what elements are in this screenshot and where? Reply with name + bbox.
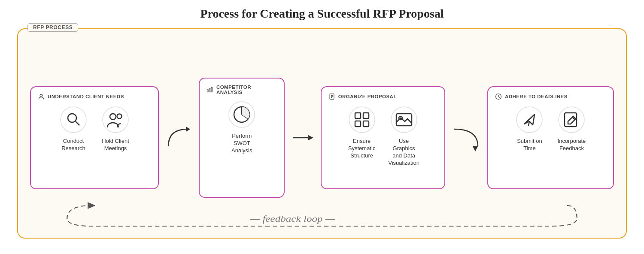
deadlines-header: ADHERE TO DEADLINES [495, 93, 568, 100]
svg-rect-20 [355, 113, 361, 118]
arrow-right-3 [452, 121, 480, 155]
list-item: UseGraphicsand DataVisualization [387, 106, 421, 167]
svg-point-5 [110, 114, 116, 120]
arrow-2 [292, 133, 313, 142]
incorporate-feedback-label: IncorporateFeedback [558, 138, 586, 152]
svg-rect-10 [211, 88, 212, 92]
arrow-3 [452, 121, 480, 155]
list-item: PerformSWOTAnalysis [225, 101, 259, 154]
list-item: EnsureSystematicStructure [345, 106, 379, 160]
svg-point-35 [559, 107, 584, 133]
svg-marker-7 [186, 127, 190, 132]
rfp-label: RFP PROCESS [27, 23, 78, 32]
svg-rect-22 [355, 121, 361, 127]
conduct-research-label: ConductResearch [61, 138, 85, 152]
graphics-label: UseGraphicsand DataVisualization [388, 138, 419, 167]
competitor-items: PerformSWOTAnalysis [207, 101, 277, 154]
svg-point-0 [40, 94, 43, 97]
svg-rect-23 [363, 121, 369, 127]
svg-point-19 [349, 107, 375, 133]
svg-point-6 [117, 114, 122, 119]
send-icon [516, 106, 543, 133]
svg-line-3 [76, 121, 79, 125]
svg-marker-27 [473, 146, 478, 151]
list-item: IncorporateFeedback [554, 106, 589, 152]
arrow-right-1 [166, 121, 192, 155]
svg-line-30 [498, 97, 500, 97]
list-item: Submit onTime [512, 106, 547, 152]
arrow-right-2 [292, 133, 313, 142]
box-deadlines: ADHERE TO DEADLINES Submit onTime [487, 86, 614, 189]
people-icon [102, 106, 129, 133]
box-competitor: COMPETITOR ANALYSIS [199, 78, 285, 198]
svg-rect-9 [210, 88, 210, 92]
list-item: ConductResearch [56, 106, 91, 152]
clock-icon [495, 93, 502, 100]
svg-point-2 [68, 114, 76, 122]
page-wrapper: Process for Creating a Successful RFP Pr… [9, 7, 635, 247]
competitor-header: COMPETITOR ANALYSIS [207, 85, 277, 95]
svg-rect-21 [363, 113, 369, 118]
hold-client-meetings-label: Hold ClientMeetings [102, 138, 129, 152]
feedback-loop-svg: — feedback loop — [52, 197, 592, 231]
svg-point-1 [61, 107, 86, 133]
understand-header: UNDERSTAND CLIENT NEEDS [38, 93, 124, 100]
page-title: Process for Creating a Successful RFP Pr… [200, 7, 444, 21]
document-icon [328, 93, 335, 100]
person-icon [38, 93, 45, 100]
svg-marker-14 [308, 135, 313, 140]
search-icon [60, 106, 87, 133]
organize-items: EnsureSystematicStructure UseGraphicsand… [328, 106, 437, 167]
feedback-label: — feedback loop — [250, 213, 336, 224]
deadlines-items: Submit onTime IncorporateFeedback [495, 106, 606, 152]
edit-icon [558, 106, 585, 133]
grid-icon [348, 106, 376, 133]
understand-items: ConductResearch Hold ClientMeetings [38, 106, 151, 152]
box-organize: ORGANIZE PROPOSAL EnsureSystematicStruct… [321, 86, 445, 189]
organize-header: ORGANIZE PROPOSAL [328, 93, 397, 100]
box-understand: UNDERSTAND CLIENT NEEDS ConductResearch [30, 86, 159, 189]
outer-box: RFP PROCESS UNDERSTAND CLIENT NEEDS [17, 28, 627, 239]
svg-rect-8 [207, 90, 208, 92]
image-icon [390, 106, 418, 133]
list-item: Hold ClientMeetings [98, 106, 133, 152]
pie-icon [228, 101, 255, 128]
svg-point-24 [391, 107, 417, 133]
submit-time-label: Submit onTime [517, 138, 542, 152]
chart-icon [207, 86, 213, 93]
systematic-structure-label: EnsureSystematicStructure [348, 138, 376, 160]
arrow-1 [166, 121, 192, 155]
svg-point-4 [103, 107, 128, 133]
swot-analysis-label: PerformSWOTAnalysis [231, 133, 252, 154]
